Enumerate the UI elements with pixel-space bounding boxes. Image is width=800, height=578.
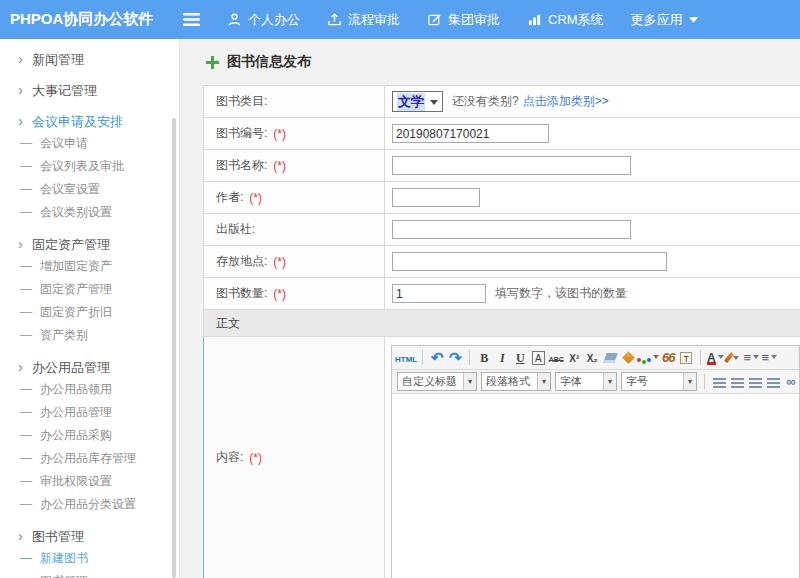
bold-icon[interactable]: B	[475, 348, 493, 368]
font-border-icon[interactable]: A	[529, 348, 547, 368]
nav-item-menu-toggle[interactable]	[183, 13, 200, 26]
nav-item-group-approval[interactable]: 集团审批	[427, 11, 500, 29]
nav-item-workflow-approval[interactable]: 流程审批	[327, 11, 400, 29]
category-select[interactable]: 文学	[392, 91, 443, 112]
book-code-input[interactable]	[392, 124, 549, 143]
sidebar-sub-item[interactable]: —图书管理	[0, 570, 179, 578]
sidebar-group-item[interactable]: ›大事记管理	[0, 78, 179, 101]
ordered-list-icon[interactable]: ≡	[742, 348, 760, 368]
location-input[interactable]	[392, 252, 667, 271]
quantity-hint: 填写数字，该图书的数量	[495, 285, 627, 302]
toolbar-separator	[469, 350, 470, 365]
text-effect-icon[interactable]	[637, 348, 659, 368]
sidebar-sub-item[interactable]: —审批权限设置	[0, 470, 179, 493]
sidebar-sub-item[interactable]: —会议类别设置	[0, 201, 179, 224]
quantity-input[interactable]	[392, 284, 486, 303]
highlight-pen-icon[interactable]	[724, 348, 742, 368]
undo-icon[interactable]: ↶	[428, 348, 446, 368]
sidebar-sub-item[interactable]: —会议申请	[0, 132, 179, 155]
sidebar-scrollbar[interactable]	[172, 118, 176, 578]
chevron-right-icon: ›	[18, 112, 23, 129]
publisher-input[interactable]	[392, 220, 631, 239]
caret-down-icon	[753, 355, 759, 362]
sidebar-sub-item[interactable]: —固定资产折旧	[0, 301, 179, 324]
align-right-icon[interactable]	[746, 372, 764, 392]
sidebar-item-label: 大事记管理	[32, 83, 97, 98]
align-center-icon[interactable]	[728, 372, 746, 392]
nav-item-crm-system[interactable]: CRM系统	[527, 11, 604, 29]
sidebar-item-label: 办公用品管理	[32, 360, 110, 375]
sidebar-item-label: 固定资产管理	[40, 282, 112, 296]
book-name-input[interactable]	[392, 156, 631, 175]
superscript-icon[interactable]: X²	[565, 348, 583, 368]
underline-icon[interactable]: U	[511, 348, 529, 368]
sidebar-sub-item[interactable]: —资产类别	[0, 324, 179, 347]
sidebar-sub-item[interactable]: —会议列表及审批	[0, 155, 179, 178]
page-title-row: 图书信息发布	[180, 39, 800, 85]
form-row-category: 图书类目: 文学 还没有类别? 点击添加类别>>	[204, 86, 800, 118]
sidebar-group-item[interactable]: ›图书管理	[0, 524, 179, 547]
caret-down-icon	[430, 100, 438, 109]
nav-item-label: CRM系统	[548, 11, 604, 29]
sidebar-item-label: 会议类别设置	[40, 205, 112, 219]
nav-item-more-apps[interactable]: 更多应用	[631, 11, 698, 29]
redo-icon[interactable]: ↷	[446, 348, 464, 368]
paragraph-select[interactable]: 段落格式▾	[481, 372, 551, 391]
source-code-button[interactable]: HTML	[395, 348, 417, 368]
sidebar-sub-item[interactable]: —办公用品领用	[0, 378, 179, 401]
caret-down-icon: ▾	[683, 373, 696, 390]
editor-content-area[interactable]	[392, 394, 799, 578]
dash-icon: —	[20, 551, 32, 565]
toolbar-separator	[422, 350, 423, 365]
sidebar-item-label: 固定资产管理	[32, 237, 110, 252]
field-label: 作者:	[216, 189, 243, 206]
nav-item-label: 更多应用	[631, 11, 683, 29]
align-justify-icon[interactable]	[764, 372, 782, 392]
sidebar-group-item[interactable]: ›会议申请及安排	[0, 109, 179, 132]
sidebar-group-item[interactable]: ›办公用品管理	[0, 355, 179, 378]
sidebar-sub-item[interactable]: —增加固定资产	[0, 255, 179, 278]
caret-down-icon	[733, 356, 739, 363]
add-category-link[interactable]: 点击添加类别>>	[523, 93, 609, 110]
subscript-icon[interactable]: X₂	[583, 348, 601, 368]
blockquote-icon[interactable]: 66	[659, 348, 677, 368]
sidebar-sub-item[interactable]: —办公用品库存管理	[0, 447, 179, 470]
top-nav: 个人办公流程审批集团审批CRM系统更多应用	[180, 11, 698, 29]
sidebar-item-label: 会议申请	[40, 136, 88, 150]
dash-icon: —	[20, 205, 32, 219]
eraser-icon[interactable]	[601, 348, 619, 368]
category-hint: 还没有类别?	[452, 93, 519, 110]
italic-icon[interactable]: I	[493, 348, 511, 368]
caret-down-icon: ▾	[537, 373, 550, 390]
dash-icon: —	[20, 136, 32, 150]
nav-item-label: 集团审批	[448, 11, 500, 29]
sidebar-group-item[interactable]: ›固定资产管理	[0, 232, 179, 255]
dash-icon: —	[20, 405, 32, 419]
edit-icon	[427, 12, 442, 27]
chart-icon	[527, 12, 542, 27]
main-content: 图书信息发布 图书类目: 文学 还没有类别? 点击添加类别>> 图书编号:(*)	[180, 39, 800, 578]
paste-plain-icon[interactable]: T	[677, 348, 695, 368]
sidebar-sub-item[interactable]: —固定资产管理	[0, 278, 179, 301]
strikethrough-icon[interactable]: ABC	[547, 348, 565, 368]
sidebar-sub-item[interactable]: —办公用品采购	[0, 424, 179, 447]
nav-item-personal-office[interactable]: 个人办公	[227, 11, 300, 29]
sidebar-sub-item[interactable]: —会议室设置	[0, 178, 179, 201]
font-color-icon[interactable]: A	[706, 348, 724, 368]
font-family-select[interactable]: 字体▾	[555, 372, 617, 391]
flow-icon	[327, 12, 342, 27]
link-icon[interactable]	[782, 372, 799, 392]
sidebar-sub-item[interactable]: —办公用品分类设置	[0, 493, 179, 516]
dash-icon: —	[20, 182, 32, 196]
sidebar-sub-item[interactable]: —办公用品管理	[0, 401, 179, 424]
format-brush-icon[interactable]	[619, 348, 637, 368]
sidebar-group-item[interactable]: ›新闻管理	[0, 47, 179, 70]
align-left-icon[interactable]	[710, 372, 728, 392]
caret-down-icon	[689, 17, 698, 23]
sidebar-sub-item[interactable]: —新建图书	[0, 547, 179, 570]
form-row-name: 图书名称:(*)	[204, 150, 800, 182]
unordered-list-icon[interactable]: ≡	[760, 348, 778, 368]
font-size-select[interactable]: 字号▾	[621, 372, 697, 391]
heading-select[interactable]: 自定义标题▾	[397, 372, 477, 391]
author-input[interactable]	[392, 188, 480, 207]
